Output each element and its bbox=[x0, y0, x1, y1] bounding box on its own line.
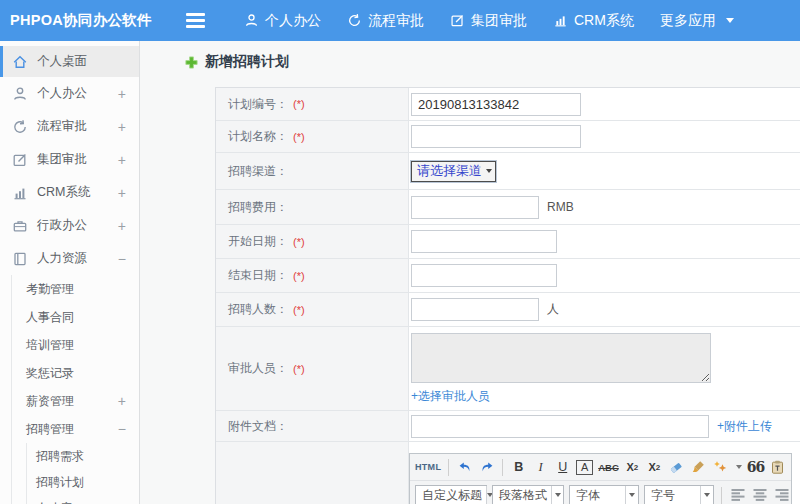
underline-button[interactable]: U bbox=[554, 458, 571, 477]
sidebar-item-label: 招聘需求 bbox=[36, 448, 84, 465]
topnav-label: 更多应用 bbox=[660, 12, 716, 30]
sidebar-item-recruit-plan[interactable]: 招聘计划 bbox=[27, 469, 139, 495]
undo-icon[interactable] bbox=[456, 458, 473, 477]
topnav-crm-system[interactable]: CRM系统 bbox=[553, 12, 634, 30]
sidebar-item-attendance[interactable]: 考勤管理 bbox=[12, 275, 139, 303]
form-row-end-date: 结束日期： (*) bbox=[216, 259, 800, 293]
expand-toggle[interactable]: + bbox=[118, 185, 126, 201]
form-row-plan-no: 计划编号： (*) bbox=[216, 88, 800, 121]
attachment-upload-link[interactable]: +附件上传 bbox=[717, 419, 772, 433]
approver-textarea[interactable] bbox=[411, 333, 711, 383]
plan-name-input[interactable] bbox=[411, 125, 581, 148]
start-date-input[interactable] bbox=[411, 230, 557, 253]
strikethrough-button[interactable]: ABC bbox=[598, 458, 619, 477]
edit-square-icon bbox=[12, 152, 28, 168]
bold-button[interactable]: B bbox=[510, 458, 527, 477]
redo-icon[interactable] bbox=[478, 458, 495, 477]
rich-text-editor: HTML B I U A ABC X2 bbox=[409, 453, 792, 504]
custom-title-select[interactable]: 自定义标题 bbox=[415, 485, 487, 504]
sidebar-item-label: 薪资管理 bbox=[26, 393, 74, 410]
collapse-toggle[interactable]: − bbox=[118, 421, 126, 437]
paste-text-icon[interactable] bbox=[769, 458, 786, 477]
page-title: 新增招聘计划 bbox=[185, 53, 289, 71]
sidebar-item-label: 培训管理 bbox=[26, 337, 74, 354]
align-left-icon[interactable] bbox=[729, 486, 746, 504]
topnav-personal-office[interactable]: 个人办公 bbox=[244, 12, 321, 30]
topnav-workflow-approval[interactable]: 流程审批 bbox=[347, 12, 424, 30]
char-border-button[interactable]: A bbox=[576, 460, 593, 475]
html-source-button[interactable]: HTML bbox=[415, 458, 441, 477]
expand-toggle[interactable]: + bbox=[118, 218, 126, 234]
sidebar-item-hr-contract[interactable]: 人事合同 bbox=[12, 303, 139, 331]
select-approver-link[interactable]: +选择审批人员 bbox=[411, 388, 490, 405]
page-title-text: 新增招聘计划 bbox=[205, 53, 289, 71]
menu-toggle-icon[interactable] bbox=[186, 10, 208, 31]
expand-toggle[interactable]: + bbox=[118, 86, 126, 102]
sidebar-item-personal-office[interactable]: 个人办公 + bbox=[0, 77, 139, 110]
form-row-approver: 审批人员： (*) +选择审批人员 bbox=[216, 327, 800, 411]
sidebar-item-rewards[interactable]: 奖惩记录 bbox=[12, 359, 139, 387]
sidebar-item-workflow-approval[interactable]: 流程审批 + bbox=[0, 110, 139, 143]
expand-toggle[interactable]: + bbox=[118, 152, 126, 168]
sidebar-item-group-approval[interactable]: 集团审批 + bbox=[0, 143, 139, 176]
collapse-toggle[interactable]: − bbox=[118, 251, 126, 267]
topnav-label: 集团审批 bbox=[471, 12, 527, 30]
user-icon bbox=[12, 86, 28, 102]
channel-select[interactable]: 请选择渠道 bbox=[411, 161, 496, 182]
caret-down-icon bbox=[726, 18, 734, 23]
blockquote-button[interactable]: 66 bbox=[747, 458, 764, 477]
divider bbox=[721, 487, 722, 504]
align-center-icon[interactable] bbox=[751, 486, 768, 504]
caret-down-icon bbox=[551, 486, 563, 504]
form-row-editor: HTML B I U A ABC X2 bbox=[216, 442, 800, 504]
topnav-group-approval[interactable]: 集团审批 bbox=[450, 12, 527, 30]
expand-toggle[interactable]: + bbox=[118, 119, 126, 135]
format-brush-icon[interactable] bbox=[690, 458, 707, 477]
fee-input[interactable] bbox=[411, 196, 539, 219]
italic-button[interactable]: I bbox=[532, 458, 549, 477]
user-icon bbox=[244, 13, 259, 28]
headcount-unit: 人 bbox=[547, 301, 559, 318]
form-row-fee: 招聘费用： RMB bbox=[216, 190, 800, 225]
topnav-label: 流程审批 bbox=[368, 12, 424, 30]
paragraph-format-select[interactable]: 段落格式 bbox=[492, 485, 564, 504]
sidebar-item-salary[interactable]: 薪资管理 + bbox=[12, 387, 139, 415]
field-label: 招聘费用： bbox=[216, 190, 409, 224]
workflow-icon bbox=[12, 119, 28, 135]
font-family-select[interactable]: 字体 bbox=[569, 485, 639, 504]
sidebar-item-training[interactable]: 培训管理 bbox=[12, 331, 139, 359]
superscript-button[interactable]: X2 bbox=[624, 458, 641, 477]
headcount-input[interactable] bbox=[411, 298, 539, 321]
add-icon bbox=[185, 56, 198, 69]
caret-down-icon bbox=[486, 169, 492, 173]
sidebar-item-personal-desktop[interactable]: 个人桌面 bbox=[0, 46, 139, 77]
field-label: 结束日期： (*) bbox=[216, 259, 409, 292]
edit-square-icon bbox=[450, 13, 465, 28]
font-size-select[interactable]: 字号 bbox=[644, 485, 714, 504]
magic-fill-icon[interactable] bbox=[712, 458, 729, 477]
subscript-button[interactable]: X2 bbox=[646, 458, 663, 477]
home-icon bbox=[12, 54, 28, 70]
sidebar-item-crm-system[interactable]: CRM系统 + bbox=[0, 176, 139, 209]
sidebar-item-label: 集团审批 bbox=[37, 151, 87, 168]
topnav-label: CRM系统 bbox=[574, 12, 634, 30]
plan-no-input[interactable] bbox=[411, 93, 581, 116]
sidebar-item-recruit-demand[interactable]: 招聘需求 bbox=[27, 443, 139, 469]
caret-down-icon[interactable] bbox=[736, 465, 742, 469]
sidebar-item-label: 行政办公 bbox=[37, 217, 87, 234]
form-row-plan-name: 计划名称： (*) bbox=[216, 121, 800, 153]
attachment-input[interactable] bbox=[411, 415, 709, 438]
field-label: 计划编号： (*) bbox=[216, 88, 409, 120]
editor-toolbar-row1: HTML B I U A ABC X2 bbox=[410, 454, 791, 481]
expand-toggle[interactable]: + bbox=[118, 393, 126, 409]
eraser-icon[interactable] bbox=[668, 458, 685, 477]
sidebar-item-talent-pool[interactable]: 人才库 bbox=[27, 495, 139, 504]
align-right-icon[interactable] bbox=[773, 486, 790, 504]
sidebar-item-recruitment[interactable]: 招聘管理 − bbox=[12, 415, 139, 443]
field-label-empty bbox=[216, 442, 409, 504]
topnav-more-apps[interactable]: 更多应用 bbox=[660, 12, 734, 30]
sidebar-item-label: 人力资源 bbox=[37, 250, 87, 267]
end-date-input[interactable] bbox=[411, 264, 557, 287]
sidebar-item-human-resources[interactable]: 人力资源 − bbox=[0, 242, 139, 275]
sidebar-item-admin-office[interactable]: 行政办公 + bbox=[0, 209, 139, 242]
